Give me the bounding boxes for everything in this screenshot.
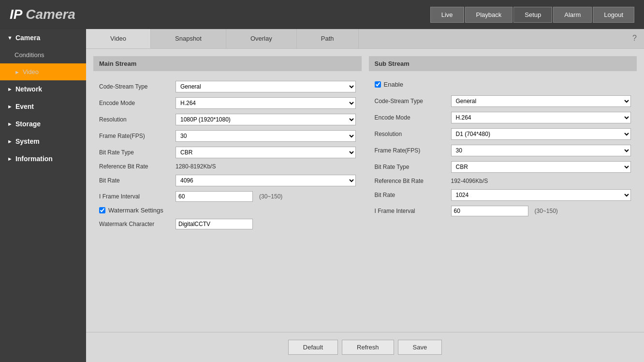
sub-iframe-label: I Frame Interval bbox=[375, 208, 447, 214]
sub-ref-bit-rate-value: 192-4096Kb/S bbox=[451, 178, 488, 184]
system-arrow-icon: ► bbox=[7, 138, 13, 144]
sub-bit-rate-type-select[interactable]: CBRVBR bbox=[451, 161, 631, 173]
nav-setup-button[interactable]: Setup bbox=[513, 7, 552, 23]
event-arrow-icon: ► bbox=[7, 104, 13, 109]
sub-frame-rate-row: Frame Rate(FPS) 30252015 bbox=[369, 142, 637, 159]
sub-code-stream-label: Code-Stream Type bbox=[375, 98, 447, 105]
main-watermark-settings-row: Watermark Settings bbox=[93, 204, 362, 216]
main-watermark-checkbox[interactable] bbox=[99, 207, 105, 213]
main-code-stream-row: Code-Stream Type GeneralMotionAlarm bbox=[93, 78, 362, 95]
main-bit-rate-type-label: Bit Rate Type bbox=[99, 149, 172, 156]
default-button[interactable]: Default bbox=[288, 340, 338, 355]
nav-live-button[interactable]: Live bbox=[430, 7, 464, 23]
main-frame-rate-select[interactable]: 30252015 bbox=[176, 130, 356, 142]
sidebar-item-storage[interactable]: ► Storage bbox=[0, 115, 86, 133]
main-iframe-input[interactable] bbox=[176, 191, 253, 202]
main-code-stream-label: Code-Stream Type bbox=[99, 83, 172, 90]
main-watermark-char-row: Watermark Character bbox=[93, 216, 362, 232]
sub-ref-bit-rate-label: Reference Bit Rate bbox=[375, 178, 447, 184]
main-frame-rate-label: Frame Rate(FPS) bbox=[99, 133, 172, 139]
main-watermark-char-label: Watermark Character bbox=[99, 221, 172, 227]
app-logo: IP Camera bbox=[10, 7, 75, 22]
sub-enable-row: Enable bbox=[369, 78, 637, 93]
nav-alarm-button[interactable]: Alarm bbox=[553, 7, 592, 23]
sub-code-stream-select[interactable]: GeneralMotionAlarm bbox=[451, 95, 631, 107]
network-arrow-icon: ► bbox=[7, 86, 13, 92]
sidebar-item-video[interactable]: ► Video bbox=[0, 63, 86, 80]
settings-area: Main Stream Code-Stream Type GeneralMoti… bbox=[86, 49, 644, 332]
main-iframe-label: I Frame Interval bbox=[99, 193, 172, 200]
sub-enable-checkbox[interactable] bbox=[375, 81, 381, 88]
main-frame-rate-row: Frame Rate(FPS) 30252015 bbox=[93, 128, 362, 144]
main-bit-rate-type-select[interactable]: CBRVBR bbox=[176, 147, 356, 158]
main-watermark-label: Watermark Settings bbox=[108, 207, 163, 214]
main-encode-mode-label: Encode Mode bbox=[99, 100, 172, 106]
video-arrow-icon: ► bbox=[15, 69, 20, 75]
nav-buttons: Live Playback Setup Alarm Logout bbox=[430, 7, 634, 23]
main-resolution-select[interactable]: 1080P (1920*1080)720P (1280*720)D1 (704*… bbox=[176, 114, 356, 125]
information-arrow-icon: ► bbox=[7, 156, 13, 162]
main-ref-bit-rate-value: 1280-8192Kb/S bbox=[176, 163, 216, 170]
refresh-button[interactable]: Refresh bbox=[342, 340, 394, 355]
sub-frame-rate-label: Frame Rate(FPS) bbox=[375, 147, 447, 154]
sub-ref-bit-rate-row: Reference Bit Rate 192-4096Kb/S bbox=[369, 175, 637, 187]
main-encode-mode-select[interactable]: H.264H.265MJPEG bbox=[176, 97, 356, 109]
sub-bit-rate-row: Bit Rate 1024512256 bbox=[369, 187, 637, 203]
storage-arrow-icon: ► bbox=[7, 121, 13, 127]
sub-resolution-select[interactable]: D1 (704*480)CIF (352*240)QCIF (176*120) bbox=[451, 128, 631, 140]
sidebar-item-event[interactable]: ► Event bbox=[0, 98, 86, 115]
main-ref-bit-rate-row: Reference Bit Rate 1280-8192Kb/S bbox=[93, 161, 362, 172]
sub-bit-rate-type-row: Bit Rate Type CBRVBR bbox=[369, 159, 637, 175]
main-encode-mode-row: Encode Mode H.264H.265MJPEG bbox=[93, 95, 362, 111]
sidebar-item-information[interactable]: ► Information bbox=[0, 150, 86, 167]
nav-logout-button[interactable]: Logout bbox=[593, 7, 634, 23]
camera-arrow-icon: ▼ bbox=[7, 35, 13, 41]
sub-iframe-row: I Frame Interval (30~150) bbox=[369, 203, 637, 219]
main-resolution-label: Resolution bbox=[99, 116, 172, 123]
nav-playback-button[interactable]: Playback bbox=[465, 7, 513, 23]
main-bit-rate-row: Bit Rate 409620481024512 bbox=[93, 172, 362, 189]
sidebar-item-conditions[interactable]: Conditions bbox=[0, 46, 86, 63]
main-stream-header: Main Stream bbox=[93, 56, 362, 71]
sub-encode-mode-select[interactable]: H.264H.265MJPEG bbox=[451, 112, 631, 123]
main-resolution-row: Resolution 1080P (1920*1080)720P (1280*7… bbox=[93, 111, 362, 128]
main-watermark-char-input[interactable] bbox=[176, 219, 253, 229]
sub-iframe-hint: (30~150) bbox=[535, 208, 558, 214]
sub-stream-header: Sub Stream bbox=[369, 56, 637, 71]
main-ref-bit-rate-label: Reference Bit Rate bbox=[99, 163, 172, 170]
tab-overlay[interactable]: Overlay bbox=[226, 29, 297, 48]
save-button[interactable]: Save bbox=[398, 340, 442, 355]
sub-enable-label: Enable bbox=[384, 81, 403, 88]
tab-path[interactable]: Path bbox=[297, 29, 359, 48]
sub-encode-mode-row: Encode Mode H.264H.265MJPEG bbox=[369, 109, 637, 126]
sub-iframe-input[interactable] bbox=[451, 206, 528, 216]
sub-encode-mode-label: Encode Mode bbox=[375, 114, 447, 121]
sub-frame-rate-select[interactable]: 30252015 bbox=[451, 145, 631, 156]
content-area: Video Snapshot Overlay Path ? Main Strea… bbox=[86, 29, 644, 362]
sub-stream-panel: Sub Stream Enable Code-Stream Type Gener… bbox=[369, 56, 637, 232]
main-bit-rate-label: Bit Rate bbox=[99, 177, 172, 184]
help-icon[interactable]: ? bbox=[625, 29, 644, 48]
sub-resolution-label: Resolution bbox=[375, 131, 447, 137]
tab-snapshot[interactable]: Snapshot bbox=[151, 29, 226, 48]
sub-resolution-row: Resolution D1 (704*480)CIF (352*240)QCIF… bbox=[369, 126, 637, 142]
main-iframe-row: I Frame Interval (30~150) bbox=[93, 189, 362, 204]
main-bit-rate-type-row: Bit Rate Type CBRVBR bbox=[93, 144, 362, 161]
tab-video[interactable]: Video bbox=[86, 29, 151, 48]
main-code-stream-select[interactable]: GeneralMotionAlarm bbox=[176, 81, 356, 92]
sub-bit-rate-select[interactable]: 1024512256 bbox=[451, 189, 631, 201]
main-bit-rate-select[interactable]: 409620481024512 bbox=[176, 175, 356, 186]
sidebar: ▼ Camera Conditions ► Video ► Network ► … bbox=[0, 29, 86, 362]
sidebar-item-system[interactable]: ► System bbox=[0, 133, 86, 150]
sub-bit-rate-type-label: Bit Rate Type bbox=[375, 164, 447, 170]
sub-code-stream-row: Code-Stream Type GeneralMotionAlarm bbox=[369, 93, 637, 109]
sidebar-item-network[interactable]: ► Network bbox=[0, 80, 86, 98]
sub-bit-rate-label: Bit Rate bbox=[375, 192, 447, 198]
bottom-bar: Default Refresh Save bbox=[86, 332, 644, 362]
main-stream-panel: Main Stream Code-Stream Type GeneralMoti… bbox=[93, 56, 362, 232]
main-iframe-hint: (30~150) bbox=[259, 193, 282, 200]
sidebar-item-camera[interactable]: ▼ Camera bbox=[0, 29, 86, 46]
